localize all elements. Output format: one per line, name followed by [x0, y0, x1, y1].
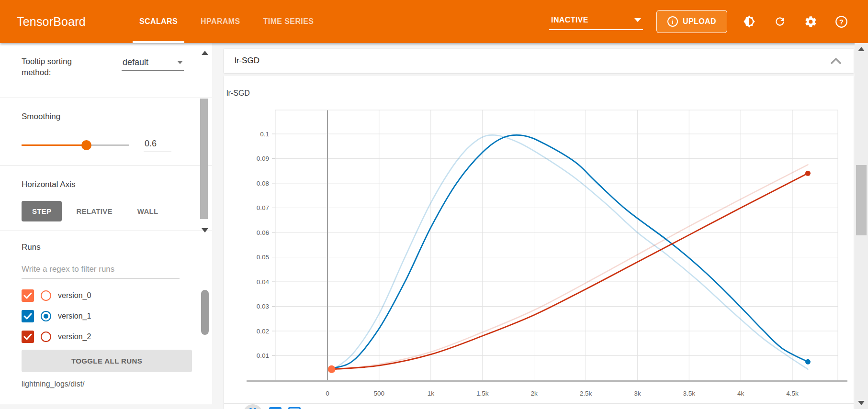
runs-filter-input[interactable]	[22, 263, 180, 278]
upload-button[interactable]: i UPLOAD	[656, 10, 727, 33]
axis-option-step[interactable]: STEP	[22, 201, 62, 221]
endpoint-marker-version_2_smoothed	[805, 171, 811, 176]
svg-text:0.1: 0.1	[260, 131, 269, 138]
fit-data-icon[interactable]	[288, 407, 301, 409]
run-name-label: version_1	[58, 312, 91, 321]
svg-text:0.06: 0.06	[257, 229, 269, 236]
tab-hparams[interactable]: HPARAMS	[189, 0, 252, 43]
svg-text:0.09: 0.09	[257, 155, 269, 162]
svg-text:0: 0	[326, 390, 329, 397]
svg-text:0.02: 0.02	[257, 328, 269, 335]
run-radio[interactable]	[41, 290, 51, 301]
svg-text:0.07: 0.07	[257, 204, 269, 211]
log-directory-label: lightning_logs/dist/	[22, 380, 191, 388]
svg-text:2k: 2k	[530, 390, 538, 397]
toggle-all-runs-button[interactable]: TOGGLE ALL RUNS	[22, 350, 192, 372]
smoothing-section: Smoothing 0.6	[0, 98, 212, 166]
svg-text:0.05: 0.05	[257, 254, 269, 261]
series-version_2_smoothed[interactable]	[332, 173, 808, 369]
window-scrollbar[interactable]	[855, 43, 868, 409]
data-status-dropdown[interactable]: INACTIVE	[549, 13, 643, 30]
help-icon[interactable]: ?	[834, 15, 848, 28]
pin-chart-icon[interactable]	[243, 404, 262, 409]
horizontal-axis-options: STEPRELATIVEWALL	[22, 201, 191, 221]
runs-section: Runs version_0version_1version_2 TOGGLE …	[0, 231, 212, 388]
series-version_2_raw[interactable]	[332, 165, 808, 370]
scroll-down-icon[interactable]	[858, 401, 865, 405]
runs-label: Runs	[22, 243, 191, 252]
svg-text:0.08: 0.08	[257, 180, 269, 187]
svg-text:3.5k: 3.5k	[683, 390, 695, 397]
scalar-chart-card: lr-SGD 0.010.020.030.040.050.060.070.080…	[224, 76, 854, 409]
svg-text:0.03: 0.03	[257, 303, 269, 310]
scrollbar-thumb[interactable]	[201, 290, 209, 335]
horizontal-axis-label: Horizontal Axis	[22, 179, 191, 190]
tab-bar: SCALARSHPARAMSTIME SERIES	[128, 0, 325, 43]
run-checkbox[interactable]	[22, 331, 34, 343]
svg-text:4.5k: 4.5k	[786, 390, 799, 397]
svg-text:?: ?	[839, 18, 844, 26]
sidebar-scroll-region: Tooltip sorting method: default Smoothin…	[0, 43, 212, 231]
chevron-down-icon	[177, 61, 183, 64]
svg-text:500: 500	[374, 390, 385, 397]
info-icon: i	[667, 16, 678, 27]
svg-text:1.5k: 1.5k	[476, 390, 489, 397]
runs-list-scrollbar[interactable]	[200, 290, 211, 351]
app-header: TensorBoard SCALARSHPARAMSTIME SERIES IN…	[0, 0, 868, 43]
scrollbar-thumb[interactable]	[856, 165, 867, 235]
run-radio[interactable]	[41, 311, 51, 321]
tooltip-sorting-value: default	[123, 57, 148, 67]
settings-sidebar: Tooltip sorting method: default Smoothin…	[0, 43, 212, 404]
expand-chart-icon[interactable]	[269, 407, 282, 409]
horizontal-axis-section: Horizontal Axis STEPRELATIVEWALL	[0, 166, 212, 231]
axis-option-relative[interactable]: RELATIVE	[66, 201, 123, 221]
series-version_1_raw[interactable]	[332, 135, 808, 370]
axis-option-wall[interactable]: WALL	[127, 201, 169, 221]
scalars-dashboard: lr-SGD lr-SGD 0.010.020.030.040.050.060.…	[212, 43, 868, 409]
run-checkbox[interactable]	[22, 289, 34, 302]
scroll-up-icon[interactable]	[202, 51, 208, 55]
lr-sgd-chart[interactable]: 0.010.020.030.040.050.060.070.080.090.10…	[235, 100, 852, 404]
svg-text:0.01: 0.01	[257, 352, 269, 359]
upload-label: UPLOAD	[683, 17, 716, 26]
tab-scalars[interactable]: SCALARS	[128, 0, 189, 43]
run-name-label: version_0	[58, 291, 91, 300]
chevron-down-icon	[634, 18, 641, 22]
smoothing-slider[interactable]	[22, 144, 129, 146]
smoothing-slider-fill	[22, 144, 86, 146]
svg-text:2.5k: 2.5k	[580, 390, 592, 397]
series-version_1_smoothed[interactable]	[332, 135, 808, 368]
chart-footer-divider	[224, 403, 854, 404]
refresh-icon[interactable]	[773, 15, 787, 28]
tooltip-sorting-label: Tooltip sorting method:	[22, 56, 101, 78]
runs-list: version_0version_1version_2	[22, 285, 191, 347]
run-radio[interactable]	[41, 332, 51, 342]
smoothing-value-field[interactable]: 0.6	[144, 139, 171, 152]
chevron-up-icon[interactable]	[831, 57, 841, 64]
endpoint-marker-version_1_smoothed	[805, 359, 811, 365]
data-status-value: INACTIVE	[551, 16, 588, 24]
brightness-icon[interactable]	[743, 15, 756, 28]
header-icon-group: ?	[743, 15, 848, 28]
run-row-version_0[interactable]: version_0	[22, 285, 191, 306]
run-row-version_1[interactable]: version_1	[22, 306, 191, 326]
scroll-up-icon[interactable]	[858, 47, 865, 51]
run-row-version_2[interactable]: version_2	[22, 326, 191, 347]
svg-text:1k: 1k	[428, 390, 435, 397]
run-checkbox[interactable]	[22, 310, 34, 322]
chart-title: lr-SGD	[226, 89, 250, 98]
smoothing-label: Smoothing	[22, 111, 191, 122]
tag-group-header[interactable]: lr-SGD	[224, 49, 854, 73]
tooltip-sorting-section: Tooltip sorting method: default	[0, 43, 212, 98]
scrollbar-thumb[interactable]	[200, 99, 208, 219]
svg-text:4k: 4k	[737, 390, 744, 397]
run-name-label: version_2	[58, 332, 91, 341]
tab-time-series[interactable]: TIME SERIES	[252, 0, 326, 43]
tooltip-sorting-dropdown[interactable]: default	[122, 56, 184, 71]
datapoint-marker-version_0	[328, 365, 336, 373]
app-title: TensorBoard	[17, 15, 86, 29]
sidebar-scrollbar[interactable]	[199, 49, 210, 234]
chart-action-bar	[243, 404, 301, 409]
settings-icon[interactable]	[804, 15, 817, 28]
smoothing-slider-thumb[interactable]	[81, 140, 91, 150]
